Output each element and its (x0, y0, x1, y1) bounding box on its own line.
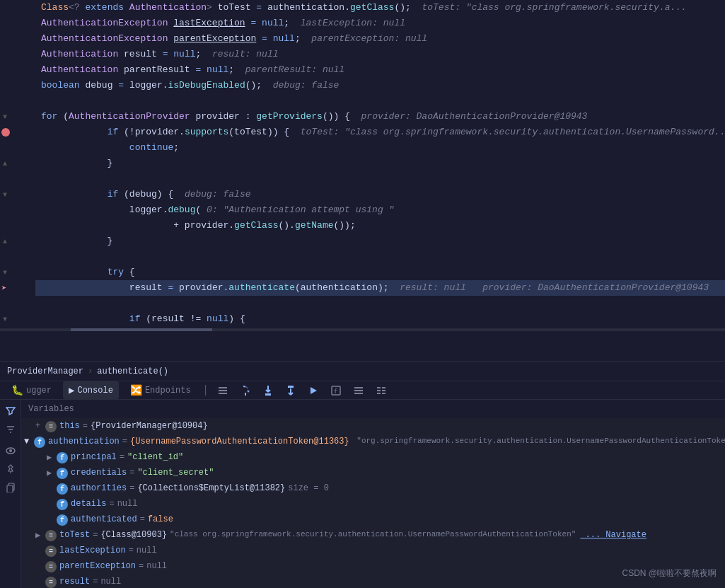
var-row-authentication[interactable]: ▼ f authentication = {UsernamePasswordAu… (21, 435, 725, 451)
code-text: try { (35, 265, 725, 280)
svg-rect-2 (219, 393, 227, 394)
var-expand-this[interactable]: + (35, 421, 45, 431)
line-gutter (0, 125, 35, 140)
code-text: result = provider.authenticate(authentic… (35, 280, 725, 296)
toolbar-btn-evaluate[interactable]: f (327, 382, 344, 399)
code-text (35, 249, 725, 265)
var-val-credentials: "client_secret" (137, 468, 214, 478)
breadcrumb-item-provider-manager[interactable]: ProviderManager (7, 367, 83, 376)
line-gutter: ▼ (0, 311, 35, 327)
fold-icon[interactable]: ▼ (1, 316, 8, 323)
code-text: Authentication parentResult = null; pare… (35, 62, 725, 78)
watermark: CSDN @啦啦不要熬夜啊 (622, 567, 717, 580)
toolbar-btn-run-to-cursor[interactable] (305, 382, 322, 399)
var-icon-principal: f (57, 452, 68, 463)
fold-icon[interactable]: ▲ (1, 238, 8, 245)
debug-left-strip (0, 400, 21, 588)
code-text (35, 171, 725, 187)
line-gutter: ▲ (0, 234, 35, 249)
tab-endpoints[interactable]: 🔀 Endpoints (124, 381, 197, 399)
var-val-principal: "client_id" (127, 452, 183, 462)
var-expand-totest[interactable]: ▶ (35, 530, 45, 541)
line-gutter (0, 202, 35, 218)
var-icon-authorities: f (57, 483, 68, 495)
fold-icon[interactable]: ▼ (1, 191, 8, 198)
vars-content: + = this = {ProviderManager@10904} ▼ f a… (21, 418, 725, 588)
side-icon-sort[interactable] (4, 422, 18, 437)
var-val-parentexception: null (146, 561, 167, 571)
scrollbar-thumb[interactable] (71, 328, 212, 331)
code-line: AuthenticationException parentException … (0, 31, 725, 47)
var-nav-totest[interactable]: ... Navigate (580, 530, 646, 540)
side-icon-copy[interactable] (4, 480, 18, 495)
code-text: continue; (35, 140, 725, 156)
side-icon-eye[interactable] (4, 444, 18, 458)
breadcrumb-item-authenticate[interactable]: authenticate() (97, 367, 168, 376)
side-icon-filter[interactable] (4, 404, 18, 418)
svg-rect-9 (354, 390, 363, 391)
var-eq: = (93, 577, 98, 587)
debugger-tab-icon: 🐛 (11, 384, 23, 396)
var-row-result[interactable]: = result = null (21, 575, 725, 588)
var-row-principal[interactable]: ▶ f principal = "client_id" (21, 451, 725, 466)
var-eq: = (109, 499, 114, 509)
toolbar-btn-step-out[interactable] (282, 382, 299, 399)
var-expand-result (35, 577, 45, 587)
var-expand-authentication[interactable]: ▼ (24, 437, 34, 446)
var-val-totest-str: "class org.springframework.security.auth… (170, 530, 576, 538)
debug-vars-area: Variables + = this = {ProviderManager@10… (21, 400, 725, 588)
var-eq: = (120, 452, 124, 462)
tab-debugger[interactable]: 🐛 ugger (6, 381, 57, 399)
side-icon-pin[interactable] (4, 462, 18, 476)
var-eq: = (139, 561, 144, 571)
editor-scrollbar[interactable] (0, 328, 725, 334)
toolbar-btn-step-over[interactable] (237, 382, 254, 399)
line-gutter (0, 78, 35, 93)
var-val-authorities-size: size = 0 (288, 483, 329, 493)
code-line (0, 171, 725, 187)
code-line: continue; (0, 140, 725, 156)
var-expand-authorities[interactable] (47, 483, 57, 493)
svg-rect-4 (265, 393, 271, 396)
code-text: AuthenticationException parentException … (35, 31, 725, 47)
svg-rect-15 (382, 390, 385, 391)
debug-toolbar: 🐛 ugger ▶ Console 🔀 Endpoints | (0, 381, 725, 400)
code-text: } (35, 156, 725, 171)
line-gutter (0, 249, 35, 265)
tab-console[interactable]: ▶ Console (63, 381, 119, 399)
var-eq: = (129, 483, 134, 493)
code-text: if (result != null) { (35, 311, 725, 327)
line-gutter: ▼ (0, 187, 35, 202)
line-gutter (0, 93, 35, 109)
code-content: Class<? extends Authentication> toTest =… (0, 0, 725, 327)
var-row-parentexception[interactable]: = parentException = null (21, 560, 725, 575)
svg-rect-16 (382, 393, 385, 394)
breadcrumb-separator: › (88, 367, 93, 376)
scrollbar-track (0, 328, 725, 331)
var-row-totest[interactable]: ▶ = toTest = {Class@10903} "class org.sp… (21, 529, 725, 544)
var-row-this[interactable]: + = this = {ProviderManager@10904} (21, 420, 725, 435)
var-row-details[interactable]: f details = null (21, 497, 725, 513)
toolbar-btn-more[interactable] (373, 382, 390, 399)
var-name-totest: toTest (59, 530, 90, 540)
toolbar-btn-list[interactable] (214, 382, 231, 399)
code-line: ▼ if (debug) { debug: false (0, 187, 725, 202)
var-row-authorities[interactable]: f authorities = {Collections$EmptyList@1… (21, 482, 725, 497)
var-expand-principal[interactable]: ▶ (47, 452, 57, 463)
toolbar-btn-settings[interactable] (350, 382, 367, 399)
var-expand-credentials[interactable]: ▶ (47, 468, 57, 478)
toolbar-btn-step-into[interactable] (260, 382, 277, 399)
var-row-lastexception[interactable]: = lastException = null (21, 544, 725, 560)
var-val-authentication: {UsernamePasswordAuthenticationToken@113… (130, 437, 349, 446)
var-name-principal: principal (71, 452, 117, 462)
fold-icon[interactable]: ▼ (1, 113, 8, 120)
svg-rect-5 (288, 386, 294, 388)
var-row-authenticated[interactable]: f authenticated = false (21, 513, 725, 529)
svg-rect-10 (354, 393, 363, 394)
code-line: Authentication parentResult = null; pare… (0, 62, 725, 78)
fold-icon[interactable]: ▲ (1, 160, 8, 167)
var-icon-parentexception: = (45, 561, 57, 572)
breakpoint-icon[interactable] (1, 128, 10, 137)
var-row-credentials[interactable]: ▶ f credentials = "client_secret" (21, 466, 725, 482)
fold-icon[interactable]: ▼ (1, 269, 8, 276)
